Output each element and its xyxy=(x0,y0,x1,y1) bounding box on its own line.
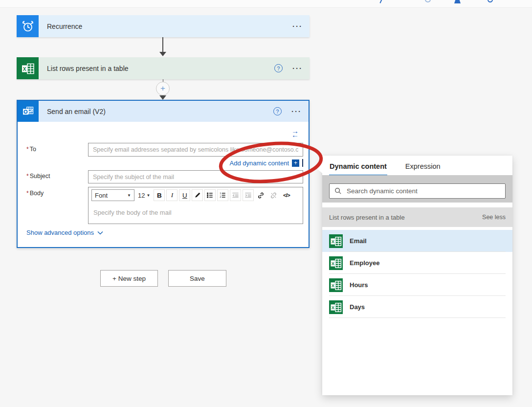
numbered-list-button[interactable]: 12 xyxy=(217,189,228,201)
panel-tabs: Dynamic content Expression xyxy=(322,156,512,176)
to-field-label: *To xyxy=(26,146,36,153)
help-icon[interactable]: ? xyxy=(274,64,283,72)
remove-link-button[interactable] xyxy=(268,189,279,201)
svg-text:X: X xyxy=(332,283,334,288)
chevron-down-icon xyxy=(97,231,103,235)
subject-field-label: *Subject xyxy=(26,173,50,180)
recurrence-clock-icon xyxy=(17,15,39,37)
font-family-dropdown[interactable]: Font ▼ xyxy=(91,189,134,201)
bullet-list-button[interactable] xyxy=(204,189,216,201)
dynamic-content-item-employee[interactable]: X Employee xyxy=(322,252,512,274)
outdent-button[interactable] xyxy=(230,189,241,201)
excel-icon: X xyxy=(329,300,343,314)
subject-input[interactable] xyxy=(88,170,303,183)
switch-input-mode-icon[interactable]: → ← xyxy=(291,128,299,137)
add-dynamic-content-link[interactable]: Add dynamic content xyxy=(230,159,289,167)
dynamic-content-panel: Dynamic content Expression List rows pre… xyxy=(322,156,512,395)
text-cursor xyxy=(302,159,303,167)
list-rows-step-title: List rows present in a table xyxy=(47,65,129,72)
new-step-button[interactable]: + New step xyxy=(100,270,158,287)
body-rich-text-editor[interactable]: Font ▼ 12 ▼ B I U 12 xyxy=(88,187,303,224)
dynamic-content-items: X Email X Employee X Hours xyxy=(322,230,512,318)
dynamic-content-item-hours[interactable]: X Hours xyxy=(322,274,512,296)
flow-arrow-icon xyxy=(159,95,166,100)
font-color-pen-button[interactable] xyxy=(192,189,203,201)
flow-arrow-icon xyxy=(159,52,166,56)
excel-icon: X xyxy=(329,278,343,292)
cropped-toolbar-icon xyxy=(425,0,431,2)
excel-icon: X xyxy=(329,234,343,248)
cropped-toolbar-icon xyxy=(454,0,461,3)
dynamic-content-item-days[interactable]: X Days xyxy=(322,296,512,318)
chevron-down-icon: ▼ xyxy=(146,193,150,198)
item-label: Employee xyxy=(350,259,379,267)
search-box[interactable] xyxy=(329,183,506,199)
list-rows-step-card[interactable]: X List rows present in a table ? ··· xyxy=(17,57,310,79)
search-band xyxy=(322,175,512,203)
panel-callout-arrow xyxy=(315,161,323,174)
tab-expression[interactable]: Expression xyxy=(405,162,441,176)
search-input[interactable] xyxy=(347,187,500,195)
item-label: Days xyxy=(350,303,365,311)
cropped-toolbar-icon xyxy=(488,0,493,2)
indent-button[interactable] xyxy=(243,189,254,201)
recurrence-menu-button[interactable]: ··· xyxy=(292,24,303,29)
font-size-value: 12 xyxy=(138,192,145,199)
svg-text:X: X xyxy=(22,66,26,71)
section-title: List rows present in a table xyxy=(329,214,405,221)
required-asterisk: * xyxy=(26,173,29,180)
section-header: List rows present in a table See less xyxy=(322,207,512,227)
required-asterisk: * xyxy=(26,190,29,197)
cropped-toolbar-icon xyxy=(379,0,383,3)
required-asterisk: * xyxy=(26,146,29,153)
to-input[interactable] xyxy=(88,143,303,157)
flow-connector-line xyxy=(162,37,163,52)
send-email-step-header[interactable]: Send an email (V2) ? ··· xyxy=(18,101,309,122)
tab-dynamic-content[interactable]: Dynamic content xyxy=(329,162,387,176)
list-rows-menu-button[interactable]: ··· xyxy=(292,66,303,71)
code-view-button[interactable]: </> xyxy=(281,189,292,201)
excel-icon: X xyxy=(329,256,343,270)
add-dynamic-content-plus-button[interactable]: + xyxy=(292,159,299,167)
show-advanced-options-link[interactable]: Show advanced options xyxy=(26,229,103,236)
send-email-step-title: Send an email (V2) xyxy=(47,108,106,115)
send-email-menu-button[interactable]: ··· xyxy=(291,109,302,114)
svg-text:X: X xyxy=(332,261,334,266)
see-less-link[interactable]: See less xyxy=(482,214,506,221)
help-icon[interactable]: ? xyxy=(273,107,282,115)
search-icon xyxy=(334,187,342,195)
insert-link-button[interactable] xyxy=(255,189,266,201)
svg-text:X: X xyxy=(332,239,334,244)
underline-button[interactable]: U xyxy=(179,189,190,201)
font-family-value: Font xyxy=(95,192,108,199)
dynamic-content-item-email[interactable]: X Email xyxy=(322,230,512,252)
outlook-icon xyxy=(18,101,39,122)
arrow-left-icon: ← xyxy=(291,132,299,137)
svg-text:2: 2 xyxy=(220,196,222,198)
body-placeholder-text: Specify the body of the mail xyxy=(89,203,303,222)
bold-button[interactable]: B xyxy=(154,189,165,201)
show-advanced-options-label: Show advanced options xyxy=(26,229,94,236)
rich-text-toolbar: Font ▼ 12 ▼ B I U 12 xyxy=(89,187,303,203)
save-button[interactable]: Save xyxy=(168,270,226,287)
body-field-label: *Body xyxy=(26,190,44,197)
top-toolbar-strip xyxy=(0,0,532,8)
svg-text:X: X xyxy=(332,305,334,310)
send-email-step-card: Send an email (V2) ? ··· → ← *To Add dyn… xyxy=(17,100,310,248)
font-size-dropdown[interactable]: 12 ▼ xyxy=(136,189,152,201)
item-label: Hours xyxy=(350,281,368,289)
excel-icon: X xyxy=(17,57,39,79)
chevron-down-icon: ▼ xyxy=(127,193,131,198)
recurrence-step-title: Recurrence xyxy=(47,23,82,30)
italic-button[interactable]: I xyxy=(166,189,177,201)
svg-text:1: 1 xyxy=(220,192,222,195)
recurrence-step-card[interactable]: Recurrence ··· xyxy=(17,15,310,37)
item-label: Email xyxy=(350,237,367,245)
insert-step-button[interactable]: + xyxy=(156,82,170,95)
